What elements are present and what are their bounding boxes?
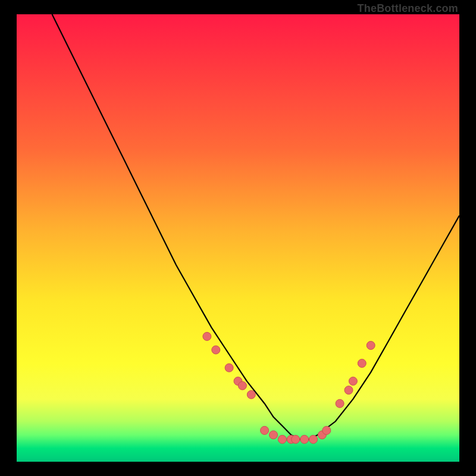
- data-marker: [345, 386, 353, 394]
- data-marker: [225, 364, 233, 372]
- bottleneck-curve: [52, 14, 460, 439]
- data-marker: [212, 346, 220, 354]
- data-marker: [278, 435, 286, 443]
- chart-frame: TheBottleneck.com: [0, 0, 476, 476]
- data-marker: [238, 381, 246, 390]
- data-marker: [247, 390, 255, 399]
- data-marker: [309, 435, 318, 443]
- data-marker: [270, 431, 278, 439]
- data-marker: [367, 342, 375, 350]
- data-marker: [349, 377, 357, 386]
- data-marker: [358, 359, 366, 368]
- marker-layer: [203, 332, 375, 443]
- data-marker: [336, 399, 344, 408]
- attribution-text: TheBottleneck.com: [358, 2, 458, 15]
- data-marker: [292, 435, 300, 443]
- data-marker: [203, 332, 211, 340]
- plot-area: [17, 14, 459, 462]
- data-marker: [300, 435, 309, 443]
- data-marker: [261, 426, 269, 434]
- curve-layer: [17, 14, 459, 462]
- data-marker: [322, 426, 331, 434]
